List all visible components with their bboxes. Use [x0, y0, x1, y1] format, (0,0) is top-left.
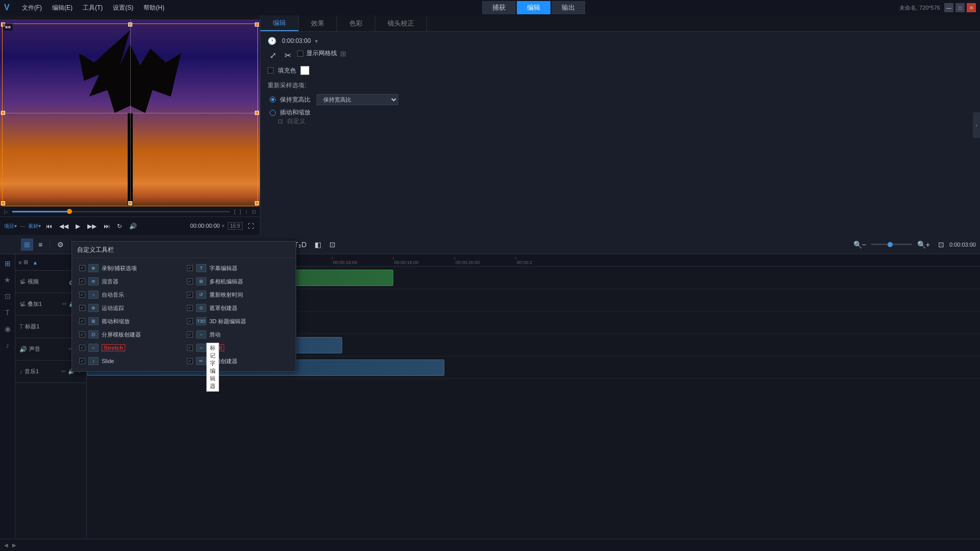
- menu-file[interactable]: 文件(F): [18, 3, 46, 13]
- menu-cb-paint[interactable]: ✓: [187, 358, 193, 364]
- prev-frame-button[interactable]: ◀◀: [57, 222, 70, 231]
- menu-cb-slide2[interactable]: ✓: [187, 331, 193, 338]
- clip-icon[interactable]: ⊡: [252, 209, 256, 214]
- scrubber-bar[interactable]: [12, 211, 230, 212]
- menu-item-roll[interactable]: ✓ ↔ Roll: [184, 342, 292, 354]
- transitions-icon[interactable]: ⊡: [3, 290, 13, 302]
- menu-cb-splitscreen[interactable]: ✓: [79, 331, 85, 338]
- menu-settings[interactable]: 设置(S): [109, 3, 137, 13]
- menu-item-slide[interactable]: ✓ ↕ Slide: [76, 355, 184, 367]
- fit-button[interactable]: ⊡: [935, 238, 947, 251]
- menu-item-mask[interactable]: ✓ ⊙ 遮罩创建器: [184, 302, 292, 314]
- nav-capture[interactable]: 捕获: [482, 1, 516, 14]
- music-mute-icon[interactable]: ✏: [61, 368, 66, 375]
- menu-cb-mixer[interactable]: ✓: [79, 278, 85, 284]
- menu-item-stretch[interactable]: ✓ ↔ Stretch 标记字编辑器: [76, 342, 184, 354]
- crop-icon[interactable]: ✂: [282, 50, 293, 61]
- handle-top-right[interactable]: [255, 22, 259, 27]
- menu-cb-slide[interactable]: ✓: [79, 358, 85, 364]
- menu-item-remap[interactable]: ✓ ↺ 重新映射时间: [184, 289, 292, 301]
- menu-item-3dtitle[interactable]: ✓ T3D 3D 标题编辑器: [184, 315, 292, 327]
- scroll-right-icon[interactable]: ▶: [12, 542, 16, 548]
- menu-cb-remap[interactable]: ✓: [187, 292, 193, 298]
- menu-edit[interactable]: 编辑(E): [48, 3, 77, 13]
- minimize-button[interactable]: —: [944, 3, 953, 12]
- pan-zoom-radio[interactable]: [270, 110, 276, 116]
- handle-bot-left[interactable]: [1, 201, 5, 205]
- loop-button[interactable]: ↻: [115, 222, 124, 231]
- scroll-left-icon[interactable]: ◀: [4, 542, 8, 548]
- mixer-menu-label: 混音器: [102, 278, 118, 285]
- preview-drag-handle[interactable]: · · · · · · · ·: [0, 15, 260, 19]
- tab-edit[interactable]: 编辑: [260, 15, 299, 31]
- menu-item-record[interactable]: ✓ ⊕ 录制/捕获选项: [76, 262, 184, 274]
- overlay-mute-icon[interactable]: ✏: [62, 301, 67, 307]
- storyboard-view-button[interactable]: ⊞: [21, 238, 33, 251]
- zoom-slider[interactable]: [871, 244, 912, 245]
- menu-cb-roll[interactable]: ✓: [187, 345, 193, 351]
- menu-cb-3dtitle[interactable]: ✓: [187, 318, 193, 324]
- menu-cb-automusic[interactable]: ✓: [79, 292, 85, 298]
- scroll-right-arrow[interactable]: ›: [973, 112, 980, 138]
- tools-button[interactable]: ⚙: [54, 238, 67, 251]
- color-swatch[interactable]: [300, 66, 309, 75]
- menu-item-motion[interactable]: ✓ ⊛ 运动追踪: [76, 302, 184, 314]
- menu-item-panzoom[interactable]: ✓ ⊞ 摇动和缩放: [76, 315, 184, 327]
- tab-color[interactable]: 色彩: [337, 15, 375, 31]
- tab-lens[interactable]: 镜头校正: [375, 15, 427, 31]
- mark-out[interactable]: ]: [240, 209, 241, 214]
- nav-export[interactable]: 输出: [552, 1, 585, 14]
- menu-cb-stretch[interactable]: ✓: [79, 345, 85, 351]
- audio-icon[interactable]: ♪: [4, 339, 11, 351]
- thumbnail-view-button[interactable]: ⊞: [23, 259, 28, 266]
- close-button[interactable]: ✕: [967, 3, 976, 12]
- menu-cb-mask[interactable]: ✓: [187, 305, 193, 311]
- fill-color-checkbox[interactable]: [268, 67, 274, 74]
- show-grid-checkbox[interactable]: [297, 51, 303, 57]
- menu-cb-subtitle[interactable]: ✓: [187, 265, 193, 271]
- nav-edit[interactable]: 编辑: [517, 1, 551, 14]
- menu-cb-record[interactable]: ✓: [79, 265, 85, 271]
- tab-effects[interactable]: 效果: [299, 15, 337, 31]
- transform-icon[interactable]: ⤢: [268, 50, 278, 61]
- timeline-view-button[interactable]: ≡: [35, 238, 45, 251]
- zoom-thumb[interactable]: [888, 242, 893, 247]
- menu-cb-multicam[interactable]: ✓: [187, 278, 193, 284]
- effects-icon[interactable]: ★: [2, 274, 13, 286]
- keep-ratio-dropdown[interactable]: 保持宽高比: [317, 94, 398, 105]
- scrubber-thumb[interactable]: [67, 209, 72, 214]
- media-bin-icon[interactable]: ⊞: [3, 257, 13, 270]
- volume-button[interactable]: 🔊: [127, 222, 139, 231]
- menu-item-mixer[interactable]: ✓ ≋ 混音器: [76, 275, 184, 288]
- zoom-in-button[interactable]: 🔍+: [914, 238, 933, 251]
- fullscreen-button[interactable]: ⛶: [246, 222, 256, 231]
- graphics-icon[interactable]: ◉: [3, 323, 13, 335]
- list-view-button[interactable]: ≡: [18, 259, 21, 266]
- mask-button[interactable]: ◧: [312, 238, 324, 251]
- menu-item-splitscreen[interactable]: ✓ ⊡ 分屏模板创建器: [76, 328, 184, 341]
- add-track-plus[interactable]: ▲: [32, 259, 38, 266]
- paint-button[interactable]: ⊡: [326, 238, 339, 251]
- menu-item-paint[interactable]: ✓ ✏ 绘图创建器: [184, 355, 292, 367]
- menu-item-subtitle[interactable]: ✓ T 字幕编辑器: [184, 262, 292, 274]
- menu-item-slide2[interactable]: ✓ ↔ 滑动: [184, 328, 292, 341]
- play-button[interactable]: ▶: [74, 222, 82, 231]
- mark-in[interactable]: [: [234, 209, 235, 214]
- grid-icon: ⊞: [340, 50, 346, 58]
- menu-help[interactable]: 帮助(H): [139, 3, 169, 13]
- split-icon[interactable]: ↕: [245, 209, 248, 214]
- play-to-end-button[interactable]: ⏭: [102, 222, 112, 231]
- menu-item-automusic[interactable]: ✓ ♪ 自动音乐: [76, 289, 184, 301]
- next-frame-button[interactable]: ▶▶: [85, 222, 99, 231]
- handle-bot-right[interactable]: [255, 201, 259, 205]
- play-to-start-button[interactable]: ⏮: [44, 222, 54, 231]
- titles-icon[interactable]: T: [3, 306, 12, 319]
- time-dropdown-icon[interactable]: ▾: [315, 38, 318, 44]
- menu-tools[interactable]: 工具(T): [79, 3, 107, 13]
- menu-item-multicam[interactable]: ✓ ⊞ 多相机编辑器: [184, 275, 292, 288]
- menu-cb-motion[interactable]: ✓: [79, 305, 85, 311]
- zoom-out-button[interactable]: 🔍−: [850, 238, 869, 251]
- maximize-button[interactable]: □: [955, 3, 965, 12]
- keep-ratio-radio[interactable]: [270, 97, 276, 103]
- menu-cb-panzoom[interactable]: ✓: [79, 318, 85, 324]
